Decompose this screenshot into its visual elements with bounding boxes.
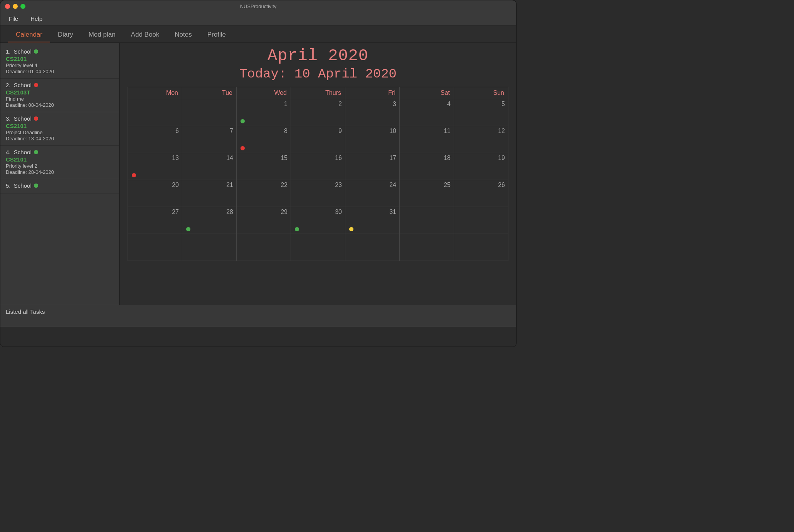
- cal-cell-w5-d4[interactable]: [345, 234, 400, 261]
- cal-cell-w1-d4[interactable]: 10: [345, 126, 400, 153]
- cal-date-24: 24: [348, 182, 396, 189]
- cal-header-sat: Sat: [400, 87, 454, 99]
- cal-cell-w2-d4[interactable]: 17: [345, 153, 400, 180]
- cal-cell-w5-d6[interactable]: [454, 234, 508, 261]
- task-dot-2: [34, 83, 38, 87]
- tab-calendar[interactable]: Calendar: [8, 28, 50, 42]
- window-title: NUSProductivity: [240, 3, 277, 9]
- cal-cell-w3-d3[interactable]: 23: [291, 180, 345, 207]
- status-bar: Listed all Tasks: [0, 305, 516, 326]
- tab-notes[interactable]: Notes: [167, 28, 199, 42]
- cal-cell-w4-d3[interactable]: 30: [291, 207, 345, 234]
- cal-date-4: 4: [403, 101, 451, 108]
- task-index-2: 2. School: [6, 82, 32, 88]
- calendar-month-year: April 2020: [128, 47, 508, 65]
- task-desc-1: Priority level 4: [6, 62, 114, 68]
- cal-cell-w2-d5[interactable]: 18: [400, 153, 454, 180]
- cal-cell-w2-d6[interactable]: 19: [454, 153, 508, 180]
- task-index-5: 5. School: [6, 182, 32, 189]
- tab-addbook[interactable]: Add Book: [123, 28, 167, 42]
- calendar-area: April 2020 Today: 10 April 2020 MonTueWe…: [120, 43, 516, 305]
- cal-date-22: 22: [240, 182, 288, 189]
- cal-cell-w5-d0[interactable]: [128, 234, 182, 261]
- task-item-3: 3. School CS2101Project DeadlineDeadline…: [0, 112, 119, 146]
- cal-cell-w4-d5[interactable]: [400, 207, 454, 234]
- cal-cell-w1-d1[interactable]: 7: [182, 126, 237, 153]
- cal-cell-w3-d4[interactable]: 24: [345, 180, 400, 207]
- cal-cell-w4-d2[interactable]: 29: [237, 207, 291, 234]
- calendar-today: Today: 10 April 2020: [128, 67, 508, 81]
- cal-date-18: 18: [403, 155, 451, 162]
- task-header-1: 1. School: [6, 48, 114, 55]
- cal-cell-w4-d6[interactable]: [454, 207, 508, 234]
- cal-date-29: 29: [240, 209, 288, 215]
- cal-cell-w0-d1[interactable]: [182, 99, 237, 126]
- cal-cell-w4-d1[interactable]: 28: [182, 207, 237, 234]
- cal-event-dot-30: [295, 227, 299, 231]
- command-area[interactable]: [0, 326, 516, 347]
- cal-cell-w0-d2[interactable]: 1: [237, 99, 291, 126]
- cal-cell-w1-d5[interactable]: 11: [400, 126, 454, 153]
- cal-cell-w1-d3[interactable]: 9: [291, 126, 345, 153]
- minimize-button[interactable]: [13, 4, 18, 9]
- menu-help[interactable]: Help: [28, 14, 45, 24]
- cal-date-12: 12: [457, 128, 505, 135]
- cal-cell-w2-d2[interactable]: 15: [237, 153, 291, 180]
- tab-modplan[interactable]: Mod plan: [81, 28, 123, 42]
- cal-date-20: 20: [131, 182, 179, 189]
- title-bar: NUSProductivity: [0, 0, 516, 12]
- cal-cell-w2-d3[interactable]: 16: [291, 153, 345, 180]
- cal-cell-w3-d2[interactable]: 22: [237, 180, 291, 207]
- cal-date-25: 25: [403, 182, 451, 189]
- task-deadline-4: Deadline: 28-04-2020: [6, 169, 114, 175]
- cal-date-9: 9: [294, 128, 342, 135]
- cal-cell-w5-d3[interactable]: [291, 234, 345, 261]
- task-module-1: CS2101: [6, 56, 114, 62]
- cal-cell-w0-d3[interactable]: 2: [291, 99, 345, 126]
- cal-event-dot-8: [241, 146, 245, 150]
- task-index-1: 1. School: [6, 48, 32, 55]
- cal-date-2: 2: [294, 101, 342, 108]
- cal-cell-w1-d6[interactable]: 12: [454, 126, 508, 153]
- nav-bar: Calendar Diary Mod plan Add Book Notes P…: [0, 25, 516, 43]
- cal-date-19: 19: [457, 155, 505, 162]
- maximize-button[interactable]: [20, 4, 25, 9]
- tab-profile[interactable]: Profile: [200, 28, 234, 42]
- cal-cell-w3-d0[interactable]: 20: [128, 180, 182, 207]
- cal-cell-w0-d4[interactable]: 3: [345, 99, 400, 126]
- cal-cell-w3-d1[interactable]: 21: [182, 180, 237, 207]
- menu-file[interactable]: File: [7, 14, 20, 24]
- cal-cell-w4-d0[interactable]: 27: [128, 207, 182, 234]
- command-input[interactable]: [6, 333, 511, 340]
- cal-cell-w0-d5[interactable]: 4: [400, 99, 454, 126]
- cal-cell-w0-d0[interactable]: [128, 99, 182, 126]
- task-item-1: 1. School CS2101Priority level 4Deadline…: [0, 45, 119, 79]
- cal-date-16: 16: [294, 155, 342, 162]
- task-deadline-3: Deadline: 13-04-2020: [6, 136, 114, 141]
- cal-cell-w2-d1[interactable]: 14: [182, 153, 237, 180]
- cal-cell-w5-d1[interactable]: [182, 234, 237, 261]
- cal-date-28: 28: [185, 209, 233, 215]
- cal-cell-w4-d4[interactable]: 31: [345, 207, 400, 234]
- task-dot-4: [34, 150, 38, 154]
- cal-date-3: 3: [348, 101, 396, 108]
- task-dot-3: [34, 116, 38, 121]
- cal-cell-w3-d5[interactable]: 25: [400, 180, 454, 207]
- task-header-4: 4. School: [6, 149, 114, 155]
- close-button[interactable]: [5, 4, 10, 9]
- cal-cell-w1-d0[interactable]: 6: [128, 126, 182, 153]
- cal-cell-w2-d0[interactable]: 13: [128, 153, 182, 180]
- cal-date-26: 26: [457, 182, 505, 189]
- tab-diary[interactable]: Diary: [50, 28, 81, 42]
- cal-cell-w5-d2[interactable]: [237, 234, 291, 261]
- cal-date-1: 1: [240, 101, 288, 108]
- cal-cell-w0-d6[interactable]: 5: [454, 99, 508, 126]
- cal-header-wed: Wed: [237, 87, 291, 99]
- cal-cell-w1-d2[interactable]: 8: [237, 126, 291, 153]
- menu-bar: File Help: [0, 12, 516, 25]
- cal-cell-w5-d5[interactable]: [400, 234, 454, 261]
- task-index-4: 4. School: [6, 149, 32, 155]
- cal-date-6: 6: [131, 128, 179, 135]
- cal-cell-w3-d6[interactable]: 26: [454, 180, 508, 207]
- main-layout: 1. School CS2101Priority level 4Deadline…: [0, 43, 516, 305]
